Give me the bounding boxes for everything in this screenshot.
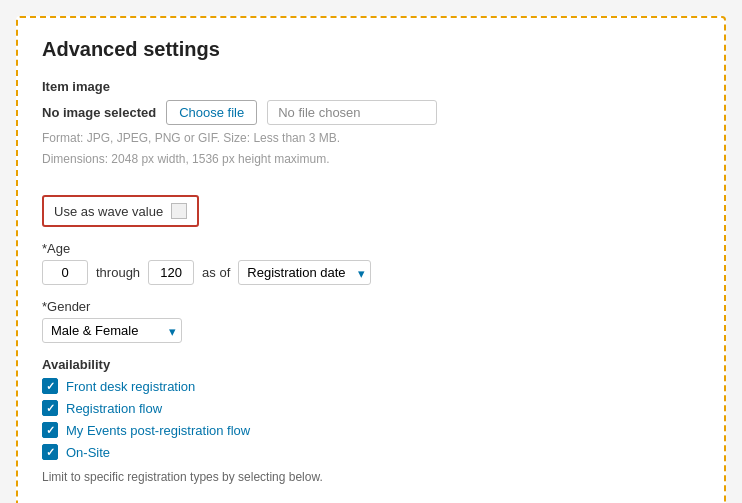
item-image-section: Item image No image selected Choose file… xyxy=(42,79,700,169)
wave-value-row: Use as wave value xyxy=(42,183,700,241)
age-to-input[interactable] xyxy=(148,260,194,285)
age-section: *Age through as of Registration date xyxy=(42,241,700,285)
file-input-display: No file chosen xyxy=(267,100,437,125)
no-image-label: No image selected xyxy=(42,105,156,120)
availability-item-registration-flow: Registration flow xyxy=(42,400,700,416)
availability-item-front-desk: Front desk registration xyxy=(42,378,700,394)
gender-label: *Gender xyxy=(42,299,700,314)
age-as-of-dropdown[interactable]: Registration date xyxy=(238,260,371,285)
front-desk-label: Front desk registration xyxy=(66,379,195,394)
dimensions-hint: Dimensions: 2048 px width, 1536 px heigh… xyxy=(42,150,700,169)
front-desk-checkbox[interactable] xyxy=(42,378,58,394)
my-events-checkbox[interactable] xyxy=(42,422,58,438)
on-site-checkbox[interactable] xyxy=(42,444,58,460)
my-events-label: My Events post-registration flow xyxy=(66,423,250,438)
as-of-label: as of xyxy=(202,265,230,280)
registration-flow-checkbox[interactable] xyxy=(42,400,58,416)
through-label: through xyxy=(96,265,140,280)
availability-item-on-site: On-Site xyxy=(42,444,700,460)
gender-dropdown-wrapper: Male & Female xyxy=(42,318,182,343)
panel-title: Advanced settings xyxy=(42,38,700,61)
on-site-label: On-Site xyxy=(66,445,110,460)
bottom-hint: Limit to specific registration types by … xyxy=(42,470,700,484)
advanced-settings-panel: Advanced settings Item image No image se… xyxy=(16,16,726,503)
availability-item-my-events: My Events post-registration flow xyxy=(42,422,700,438)
image-row: No image selected Choose file No file ch… xyxy=(42,100,700,125)
availability-section: Availability Front desk registration Reg… xyxy=(42,357,700,460)
format-hint: Format: JPG, JPEG, PNG or GIF. Size: Les… xyxy=(42,129,700,148)
wave-value-checkbox[interactable] xyxy=(171,203,187,219)
age-from-input[interactable] xyxy=(42,260,88,285)
choose-file-button[interactable]: Choose file xyxy=(166,100,257,125)
item-image-label: Item image xyxy=(42,79,700,94)
availability-label: Availability xyxy=(42,357,700,372)
age-row: through as of Registration date xyxy=(42,260,700,285)
age-dropdown-wrapper: Registration date xyxy=(238,260,371,285)
gender-dropdown[interactable]: Male & Female xyxy=(42,318,182,343)
age-label: *Age xyxy=(42,241,700,256)
registration-flow-label: Registration flow xyxy=(66,401,162,416)
wave-value-label: Use as wave value xyxy=(54,204,163,219)
gender-section: *Gender Male & Female xyxy=(42,299,700,343)
